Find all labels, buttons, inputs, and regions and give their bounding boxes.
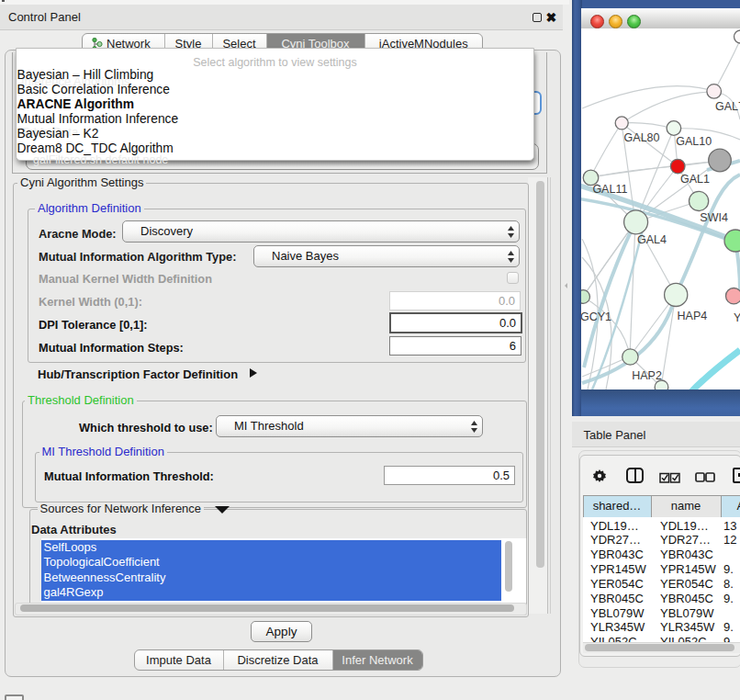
svg-text:YMR: YMR — [734, 311, 740, 324]
svg-text:GAL4: GAL4 — [637, 233, 667, 246]
svg-text:GAL7: GAL7 — [715, 100, 740, 113]
svg-text:GAL1: GAL1 — [680, 173, 710, 186]
svg-text:HAP4: HAP4 — [678, 310, 708, 322]
svg-text:SWI4: SWI4 — [700, 211, 728, 224]
svg-text:HAP2: HAP2 — [632, 369, 662, 382]
svg-text:GCY1: GCY1 — [581, 310, 611, 323]
svg-text:GAL80: GAL80 — [624, 131, 660, 144]
svg-text:GAL10: GAL10 — [676, 135, 712, 148]
svg-text:GAL11: GAL11 — [592, 183, 627, 196]
